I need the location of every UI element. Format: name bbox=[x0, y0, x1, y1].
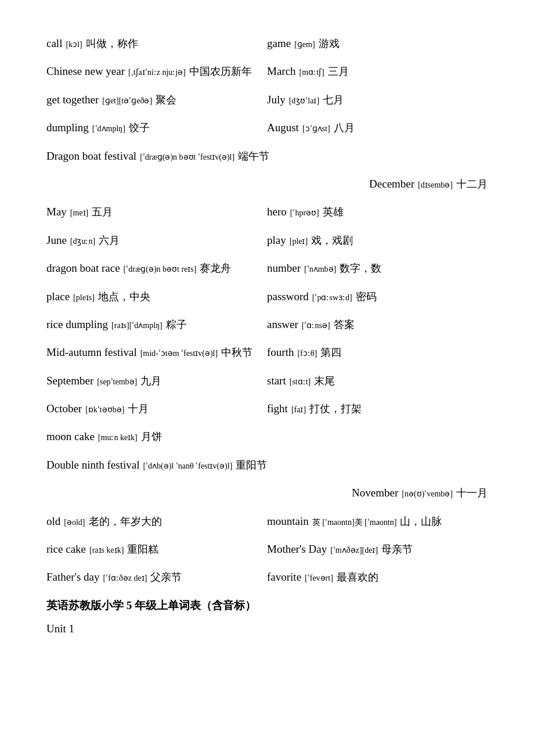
phonetic: [sepˈtembə] bbox=[97, 376, 137, 388]
word: dragon boat race bbox=[46, 260, 120, 277]
meaning: 山，山脉 bbox=[400, 513, 442, 530]
entry-right: August[ɔˈɡʌst]八月 bbox=[267, 119, 488, 136]
vocab-row-full: Dragon boat festival[ˈdræɡ(ə)n bəʊt ˈfes… bbox=[46, 147, 488, 165]
phonetic: [pleɪ] bbox=[290, 235, 308, 248]
vocab-row-right: December[dɪsembə]十二月 bbox=[46, 175, 488, 193]
phonetic: [pleɪs] bbox=[73, 291, 95, 304]
word: Chinese new year bbox=[46, 63, 125, 80]
meaning: 十月 bbox=[128, 401, 149, 417]
meaning: 聚会 bbox=[156, 92, 176, 109]
entry-right: start[stɑːt]末尾 bbox=[267, 372, 488, 390]
vocab-row-full: moon cake[muːn keɪk]月饼 bbox=[46, 428, 488, 445]
phonetic: [ɒkˈtəʊbə] bbox=[85, 404, 124, 416]
phonetic: [raɪs keɪk] bbox=[89, 544, 124, 557]
word: rice dumpling bbox=[46, 316, 108, 333]
meaning: 英雄 bbox=[323, 204, 344, 221]
meaning: 十一月 bbox=[456, 485, 488, 502]
entry-right: game[ɡem]游戏 bbox=[267, 35, 488, 52]
word: fight bbox=[267, 400, 288, 417]
phonetic: [mid-ˈɔtəm ˈfestɪv(ə)l] bbox=[140, 347, 218, 360]
word: September bbox=[46, 372, 93, 390]
entry-right: fourth[fɔːθ]第四 bbox=[267, 344, 488, 361]
meaning: 母亲节 bbox=[381, 541, 413, 558]
vocab-row: Father's day[ˈfɑːðəz deɪ]父亲节favorite[ˈfe… bbox=[46, 568, 488, 586]
phonetic: [ˈfɑːðəz deɪ] bbox=[103, 572, 147, 585]
meaning: 父亲节 bbox=[150, 569, 182, 586]
vocab-row: May[meɪ]五月hero[ˈhprəʊ]英雄 bbox=[46, 203, 488, 221]
meaning: 最喜欢的 bbox=[337, 569, 378, 586]
entry-right: December[dɪsembə]十二月 bbox=[369, 175, 488, 193]
vocab-row: dumpling[ˈdʌmplŋ]饺子August[ɔˈɡʌst]八月 bbox=[46, 119, 488, 136]
section-title: 英语苏教版小学 5 年级上单词表（含音标） bbox=[46, 597, 488, 614]
meaning: 地点，中央 bbox=[98, 289, 150, 305]
word: password bbox=[267, 288, 309, 305]
entry-right: November[nə(ʊ)ˈvembə]十一月 bbox=[352, 484, 488, 502]
phonetic: [ˈfevərt] bbox=[305, 572, 333, 585]
word: Double ninth festival bbox=[46, 456, 139, 474]
meaning: 五月 bbox=[92, 204, 113, 221]
phonetic: [dʒuːn] bbox=[70, 235, 95, 248]
meaning: 戏，戏剧 bbox=[311, 232, 353, 249]
phonetic: [dɪsembə] bbox=[418, 179, 453, 192]
meaning: 答案 bbox=[334, 316, 355, 333]
entry-left: rice cake[raɪs keɪk]重阳糕 bbox=[46, 541, 267, 558]
entry-left: old[əold]老的，年岁大的 bbox=[46, 513, 267, 530]
word: March bbox=[267, 63, 296, 80]
phonetic: [ˈnʌmbə] bbox=[304, 263, 336, 276]
phonetic: [ˈdʌb(ə)l ˈnanθ ˈfestɪv(ə)l] bbox=[143, 460, 232, 473]
meaning: 数字，数 bbox=[340, 260, 381, 277]
word: October bbox=[46, 400, 82, 417]
meaning: 游戏 bbox=[319, 35, 340, 52]
word: rice cake bbox=[46, 541, 86, 558]
meaning: 六月 bbox=[99, 232, 120, 249]
entry-right: Mother's Day[ˈmʌðəz][deɪ]母亲节 bbox=[267, 541, 488, 558]
meaning: 九月 bbox=[140, 373, 161, 390]
entry-right: fight[faɪ]打仗，打架 bbox=[267, 400, 488, 417]
word: June bbox=[46, 232, 67, 249]
entry-left: dumpling[ˈdʌmplŋ]饺子 bbox=[46, 119, 267, 136]
phonetic: [kɔl] bbox=[66, 38, 82, 51]
meaning: 叫做，称作 bbox=[86, 35, 138, 52]
entry-left: get together[ɡet][təˈɡeðə]聚会 bbox=[46, 91, 267, 109]
phonetic: [ɔˈɡʌst] bbox=[302, 123, 330, 135]
phonetic: [ˈpɑːswɜːd] bbox=[312, 291, 352, 304]
vocab-row: get together[ɡet][təˈɡeðə]聚会July[dʒʊˈlaɪ… bbox=[46, 91, 488, 109]
meaning: 中秋节 bbox=[221, 344, 252, 361]
meaning: 饺子 bbox=[129, 120, 150, 136]
word: August bbox=[267, 119, 299, 136]
word: Mother's Day bbox=[267, 541, 327, 558]
word: fourth bbox=[267, 344, 294, 361]
entry-right: July[dʒʊˈlaɪ]七月 bbox=[267, 91, 488, 109]
meaning: 端午节 bbox=[238, 148, 269, 165]
vocab-row: old[əold]老的，年岁大的mountain英 [ˈmaontn]美 [ˈm… bbox=[46, 513, 488, 530]
vocab-row-right: November[nə(ʊ)ˈvembə]十一月 bbox=[46, 484, 488, 502]
phonetic: [nə(ʊ)ˈvembə] bbox=[402, 488, 453, 501]
phonetic: 英 [ˈmaontn]美 [ˈmaontn] bbox=[312, 516, 397, 529]
word: favorite bbox=[267, 568, 301, 586]
word: December bbox=[369, 175, 414, 193]
entry-right: hero[ˈhprəʊ]英雄 bbox=[267, 203, 488, 221]
word: old bbox=[46, 513, 60, 530]
word: call bbox=[46, 35, 62, 52]
vocab-row-full: Double ninth festival[ˈdʌb(ə)l ˈnanθ ˈfe… bbox=[46, 456, 488, 474]
vocab-page: call[kɔl]叫做，称作game[ɡem]游戏Chinese new yea… bbox=[46, 35, 488, 638]
meaning: 第四 bbox=[320, 344, 341, 361]
word: July bbox=[267, 91, 286, 109]
entry-right: March[mɑːtʃ]三月 bbox=[267, 63, 488, 80]
entry-right: answer[ˈɑːnsə]答案 bbox=[267, 316, 488, 333]
phonetic: [stɑːt] bbox=[290, 376, 311, 388]
phonetic: [dʒʊˈlaɪ] bbox=[289, 95, 319, 107]
word: start bbox=[267, 372, 286, 390]
word: Mid-autumn festival bbox=[46, 344, 137, 361]
word: mountain bbox=[267, 513, 309, 530]
vocab-row: call[kɔl]叫做，称作game[ɡem]游戏 bbox=[46, 35, 488, 52]
entry-right: number[ˈnʌmbə]数字，数 bbox=[267, 260, 488, 277]
vocab-row: June[dʒuːn]六月play[pleɪ]戏，戏剧 bbox=[46, 232, 488, 249]
entry-right: password[ˈpɑːswɜːd]密码 bbox=[267, 288, 488, 305]
vocab-row: October[ɒkˈtəʊbə]十月fight[faɪ]打仗，打架 bbox=[46, 400, 488, 417]
meaning: 重阳节 bbox=[236, 457, 267, 474]
phonetic: [raɪs][ˈdʌmplŋ] bbox=[111, 319, 163, 332]
phonetic: [ˈdræɡ(ə)n bəʊt ˈfestɪv(ə)l] bbox=[140, 151, 234, 164]
word: number bbox=[267, 260, 301, 277]
phonetic: [ˈmʌðəz][deɪ] bbox=[330, 544, 378, 557]
